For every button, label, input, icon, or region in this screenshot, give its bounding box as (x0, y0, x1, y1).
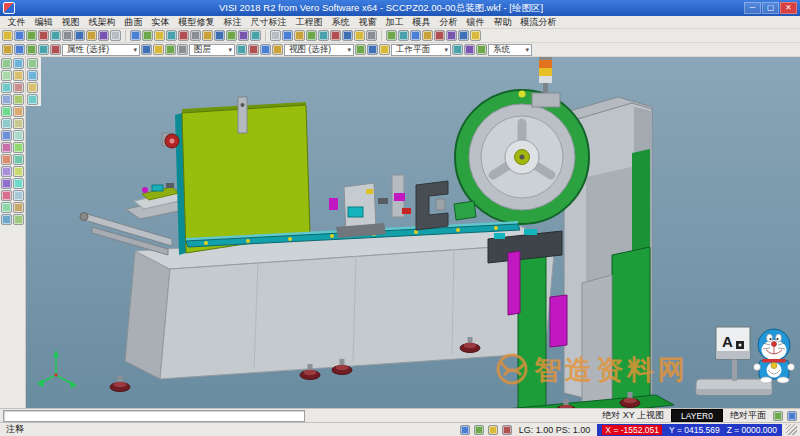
toolbar-icon[interactable] (86, 30, 97, 41)
menu-item[interactable]: 镶件 (462, 16, 489, 29)
toolbar-icon[interactable] (202, 30, 213, 41)
toolbar-icon[interactable] (13, 70, 24, 81)
status-icon[interactable] (787, 411, 797, 421)
toolbar-icon[interactable] (282, 30, 293, 41)
menu-item[interactable]: 文件 (3, 16, 30, 29)
toolbar-icon[interactable] (410, 30, 421, 41)
toolbar-icon[interactable] (50, 30, 61, 41)
toolbar-icon[interactable] (306, 30, 317, 41)
menu-item[interactable]: 标注 (219, 16, 246, 29)
toolbar-icon[interactable] (13, 214, 24, 225)
status-icon[interactable] (502, 425, 512, 435)
toolbar-icon[interactable] (38, 44, 49, 55)
toolbar-icon[interactable] (226, 30, 237, 41)
toolbar-icon[interactable] (38, 30, 49, 41)
toolbar-icon[interactable] (142, 30, 153, 41)
toolbar-icon[interactable] (14, 44, 25, 55)
toolbar-icon[interactable] (50, 44, 61, 55)
toolbar-icon[interactable] (446, 30, 457, 41)
toolbar-icon[interactable] (470, 30, 481, 41)
toolbar-icon[interactable] (154, 30, 165, 41)
toolbar-icon[interactable] (13, 58, 24, 69)
toolbar-icon[interactable] (238, 30, 249, 41)
toolbar-icon[interactable] (1, 214, 12, 225)
toolbar-icon[interactable] (458, 30, 469, 41)
attribute-selector-combo[interactable]: 属性 (选择)▾ (62, 44, 140, 56)
workplane-combo[interactable]: 工作平面▾ (391, 44, 451, 56)
toolbar-icon[interactable] (13, 166, 24, 177)
toolbar-icon[interactable] (190, 30, 201, 41)
3d-viewport[interactable]: A (26, 57, 800, 408)
toolbar-icon[interactable] (1, 118, 12, 129)
toolbar-icon[interactable] (250, 30, 261, 41)
menu-item[interactable]: 尺寸标注 (246, 16, 291, 29)
menu-item[interactable]: 线架构 (84, 16, 120, 29)
toolbar-icon[interactable] (1, 58, 12, 69)
toolbar-icon[interactable] (272, 44, 283, 55)
toolbar-icon[interactable] (214, 30, 225, 41)
status-icon[interactable] (773, 411, 783, 421)
toolbar-icon[interactable] (141, 44, 152, 55)
menu-item[interactable]: 视窗 (354, 16, 381, 29)
toolbar-icon[interactable] (476, 44, 487, 55)
toolbar-icon[interactable] (13, 190, 24, 201)
layer-badge[interactable]: LAYER0 (671, 409, 723, 422)
toolbar-icon[interactable] (13, 82, 24, 93)
toolbar-icon[interactable] (1, 70, 12, 81)
toolbar-icon[interactable] (1, 202, 12, 213)
menu-item[interactable]: 模具 (408, 16, 435, 29)
toolbar-icon[interactable] (1, 106, 12, 117)
menu-item[interactable]: 分析 (435, 16, 462, 29)
toolbar-icon[interactable] (26, 30, 37, 41)
menu-item[interactable]: 实体 (147, 16, 174, 29)
toolbar-icon[interactable] (98, 30, 109, 41)
system-combo[interactable]: 系统▾ (488, 44, 532, 56)
status-icon[interactable] (474, 425, 484, 435)
toolbar-icon[interactable] (1, 130, 12, 141)
toolbar-icon[interactable] (177, 44, 188, 55)
toolbar-icon[interactable] (270, 30, 281, 41)
toolbar-icon[interactable] (2, 44, 13, 55)
layer-combo[interactable]: 图层▾ (189, 44, 235, 56)
toolbar-icon[interactable] (386, 30, 397, 41)
toolbar-icon[interactable] (342, 30, 353, 41)
toolbar-icon[interactable] (153, 44, 164, 55)
view-selector-combo[interactable]: 视图 (选择)▾ (284, 44, 354, 56)
toolbar-icon[interactable] (367, 44, 378, 55)
toolbar-icon[interactable] (366, 30, 377, 41)
toolbar-icon[interactable] (294, 30, 305, 41)
toolbar-icon[interactable] (434, 30, 445, 41)
toolbar-icon[interactable] (1, 178, 12, 189)
minimize-button[interactable]: ─ (744, 2, 761, 14)
toolbar-icon[interactable] (74, 30, 85, 41)
toolbar-icon[interactable] (27, 82, 38, 93)
toolbar-icon[interactable] (464, 44, 475, 55)
toolbar-icon[interactable] (13, 118, 24, 129)
toolbar-icon[interactable] (13, 154, 24, 165)
toolbar-icon[interactable] (13, 106, 24, 117)
toolbar-icon[interactable] (27, 94, 38, 105)
toolbar-icon[interactable] (165, 44, 176, 55)
menu-item[interactable]: 加工 (381, 16, 408, 29)
toolbar-icon[interactable] (354, 30, 365, 41)
toolbar-icon[interactable] (62, 30, 73, 41)
toolbar-icon[interactable] (27, 58, 38, 69)
toolbar-icon[interactable] (1, 142, 12, 153)
toolbar-icon[interactable] (110, 30, 121, 41)
toolbar-icon[interactable] (130, 30, 141, 41)
toolbar-icon[interactable] (1, 166, 12, 177)
toolbar-icon[interactable] (318, 30, 329, 41)
status-icon[interactable] (460, 425, 470, 435)
close-button[interactable]: ✕ (780, 2, 797, 14)
maximize-button[interactable]: ▢ (762, 2, 779, 14)
toolbar-icon[interactable] (2, 30, 13, 41)
toolbar-icon[interactable] (13, 142, 24, 153)
menu-item[interactable]: 模流分析 (516, 16, 561, 29)
toolbar-icon[interactable] (422, 30, 433, 41)
toolbar-icon[interactable] (13, 94, 24, 105)
toolbar-icon[interactable] (178, 30, 189, 41)
toolbar-icon[interactable] (379, 44, 390, 55)
resize-grip-icon[interactable] (786, 424, 797, 435)
toolbar-icon[interactable] (1, 154, 12, 165)
menu-item[interactable]: 曲面 (120, 16, 147, 29)
